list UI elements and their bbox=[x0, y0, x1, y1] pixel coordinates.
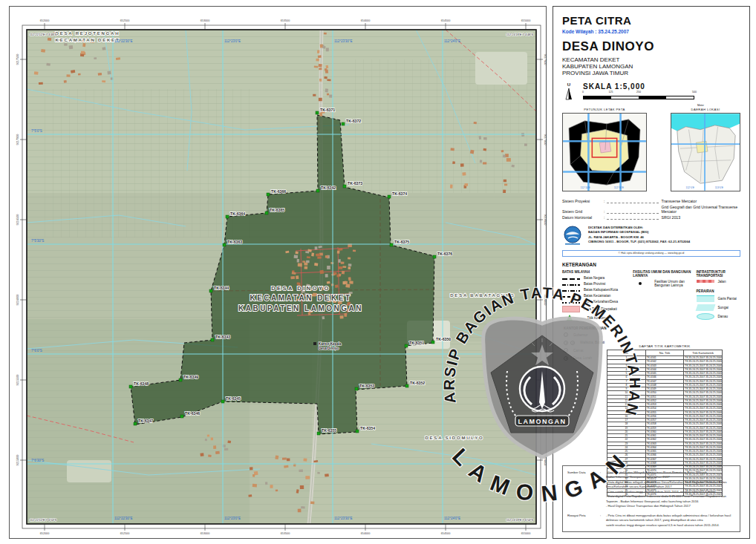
legend-item: Garis Pantai bbox=[697, 295, 741, 302]
tk-point-label: TK-6343 bbox=[215, 335, 230, 339]
utm-east-tick: 652000 bbox=[40, 532, 50, 535]
tk-point-label: TK-6374 bbox=[392, 191, 407, 196]
inset-maps: PETUNJUK LETAK PETA 112°10'E 112° bbox=[562, 108, 740, 191]
table-cell: TK.35.24.25.2007-35.24.25.2006.029 bbox=[684, 465, 723, 469]
kantor-heading: KANTOR PEMERINTAHAN bbox=[564, 327, 634, 330]
legend-item: Danau bbox=[697, 313, 741, 320]
corner-coordinate-label: 112°22'12"E 7°4'48"S bbox=[30, 33, 57, 36]
utm-east-tick: 654500 bbox=[441, 532, 451, 535]
tk-point-icon bbox=[316, 189, 319, 192]
grid-value: Grid Geografi dan Grid Universal Transve… bbox=[661, 205, 740, 214]
graticule-lon-label: 112°24'0"E bbox=[444, 39, 460, 43]
table-cell: TK.35.24.25.2007-35.24.25.2006.006 bbox=[684, 376, 723, 379]
map-center-label: DESA DINOYO bbox=[271, 285, 330, 292]
provinsi-line: PROVINSI JAWA TIMUR bbox=[562, 70, 740, 76]
info-panel: PETA CITRA Kode Wilayah : 35.24.25.2007 … bbox=[553, 6, 750, 539]
tk-point-label: TK-6363 bbox=[227, 240, 242, 244]
office-symbol-icon bbox=[564, 332, 568, 337]
tk-point-label: TK-6375 bbox=[394, 240, 409, 244]
tk-point-label: TK-6344 bbox=[214, 286, 229, 290]
table-cell: TK.35.24.25.2007-35.24.25.2003.002-35.24… bbox=[684, 473, 723, 476]
sw-kabkota-icon bbox=[562, 290, 580, 292]
scalebar-tick: 125 bbox=[609, 91, 613, 94]
publisher-lines: DICETAK DAN DITERBITKAN OLEH:BADAN INFOR… bbox=[588, 226, 690, 244]
inset-letak-map: 112°10'E 112°30'E bbox=[562, 113, 647, 191]
tk-point-label: TK-6354 bbox=[360, 426, 375, 430]
utm-east-tick: 652000 bbox=[40, 19, 50, 22]
utm-north-tick: 9216000 bbox=[544, 295, 547, 306]
scalebar-tick: 500 bbox=[692, 91, 697, 94]
tk-point-label: TK-6347 bbox=[138, 419, 153, 423]
tk-point-label: TK-6350 bbox=[436, 337, 451, 341]
page-title: DESA DINOYO bbox=[562, 39, 740, 54]
legend-label: Danau bbox=[718, 315, 729, 318]
tk-point-label: TK-6364 bbox=[230, 212, 245, 216]
sw-sungai-icon bbox=[695, 304, 715, 311]
kabupaten-line: KABUPATEN LAMONGAN bbox=[562, 63, 740, 70]
scalebar-tick: 250 bbox=[636, 91, 641, 94]
legend-item: Batas Provinsi bbox=[562, 282, 633, 286]
table-cell: TK.35.24.25.2007-35.24.25.2006.028 bbox=[684, 461, 723, 465]
legend-heading: KETERANGAN bbox=[562, 262, 740, 267]
sumber-data-label: Sumber Data bbox=[567, 471, 600, 509]
riwayat-peta-label: Riwayat Peta bbox=[567, 514, 600, 528]
graticule-lon-label: 112°24'0"E bbox=[444, 517, 460, 520]
corner-coordinate-label: 112°24'18"E 7°4'48"S bbox=[506, 33, 534, 36]
utm-north-tick: 9217500 bbox=[16, 54, 19, 65]
tk-point-label: TK-6373 bbox=[348, 181, 362, 186]
table-cell: TK.35.24.25.2007-35.24.25.2006.004 bbox=[684, 367, 723, 371]
sw-dot-icon bbox=[639, 282, 642, 285]
utm-north-tick: 9216000 bbox=[16, 295, 19, 306]
riwayat-line: satelit resolusi tinggi dengan resolusi … bbox=[606, 523, 735, 528]
graticule-lon-label: 112°22'30"E bbox=[114, 39, 132, 43]
legend-item: Fasilitas Umum dan Bangunan Lainnya bbox=[633, 280, 696, 287]
scalebar-unit: Meter bbox=[697, 104, 704, 107]
tk-point-icon bbox=[431, 341, 434, 344]
sw-provinsi-icon bbox=[562, 284, 580, 286]
proj-value: Transverse Mercator bbox=[661, 199, 740, 203]
svg-text:112°10'E: 112°10'E bbox=[581, 186, 591, 189]
table-title: DAFTAR TITIK KARTOMETRIK bbox=[607, 344, 723, 348]
table-cell: TK.35.24.25.2007-35.24.25.2006.002 bbox=[684, 360, 723, 364]
tk-point-icon bbox=[355, 387, 358, 390]
svg-text:112°30'E: 112°30'E bbox=[614, 186, 625, 189]
scalebar: Meter bbox=[583, 96, 694, 99]
kantor-label: Gubernur bbox=[573, 333, 587, 337]
col-no-titik: No. Titik bbox=[645, 350, 684, 356]
svg-text:113°0'E: 113°0'E bbox=[715, 186, 724, 189]
batas-heading: BATAS WILAYAH bbox=[562, 270, 633, 274]
table-cell: TK.35.24.25.2007-35.24.25.2006.016 bbox=[684, 414, 723, 418]
utm-north-tick: 9217500 bbox=[544, 54, 547, 65]
inset-caption: DAERAH LOKASI bbox=[691, 108, 720, 111]
kantor-and-table: KANTOR PEMERINTAHAN GubernurWalikota, Bu… bbox=[562, 327, 740, 465]
inset-letak-peta: PETUNJUK LETAK PETA 112°10'E 112° bbox=[562, 108, 647, 191]
map-document: DESA DINOYOKECAMATAN DEKETKABUPATEN LAMO… bbox=[0, 0, 756, 544]
tk-point-label: TK-6351 bbox=[409, 341, 424, 345]
inset-lokasi-map: 112°0'E 113°0'E bbox=[671, 113, 740, 191]
kantor-item: Gubernur bbox=[564, 332, 634, 337]
table-cell: TK.35.24.25.2007-35.24.25.2006.010 bbox=[684, 391, 723, 395]
utm-north-tick: 9215000 bbox=[16, 455, 19, 466]
graticule-lon-label: 112°23'0"E bbox=[224, 39, 241, 43]
table-cell: TK.35.24.25.2007-35.24.25.2003.003-35.24… bbox=[684, 476, 723, 480]
office-symbol-icon bbox=[564, 341, 568, 345]
tk-point-icon bbox=[211, 338, 214, 341]
sumber-line: - Hasil Digitasi Unsur Transportasi dan … bbox=[606, 504, 735, 509]
tk-point-icon bbox=[226, 215, 229, 218]
table-cell: TK.35.24.25.2007-35.24.25.2006.008 bbox=[684, 383, 723, 387]
tk-point-icon bbox=[179, 378, 182, 381]
tk-point-icon bbox=[265, 212, 268, 214]
kode-wilayah: Kode Wilayah : 35.24.25.2007 bbox=[562, 29, 740, 34]
table-cell: TK.35.24.25.2007-35.24.25.2006.011 bbox=[684, 395, 723, 399]
tk-point-label: TK-6355 bbox=[322, 428, 336, 433]
neighbor-village-label: DESA REJOTENGAH bbox=[56, 31, 120, 36]
table-cell: TK.35.24.25.2007-35.24.25.2003.001-35.24… bbox=[684, 469, 723, 473]
kantor-label: Desa, Lurah bbox=[573, 356, 592, 360]
corner-coordinate-label: 112°24'18"E 7°6'54"S bbox=[506, 519, 534, 522]
tk-point-icon bbox=[129, 385, 132, 388]
riwayat-peta-lines: - Peta Citra ini dibuat menggunakan data… bbox=[606, 514, 735, 528]
graticule-lon-label: 112°23'30"E bbox=[334, 517, 352, 520]
legend-label: Batas Kecamatan bbox=[584, 294, 610, 298]
utm-east-tick: 653500 bbox=[281, 532, 290, 535]
datum-value: SRGI 2013 bbox=[661, 215, 740, 220]
